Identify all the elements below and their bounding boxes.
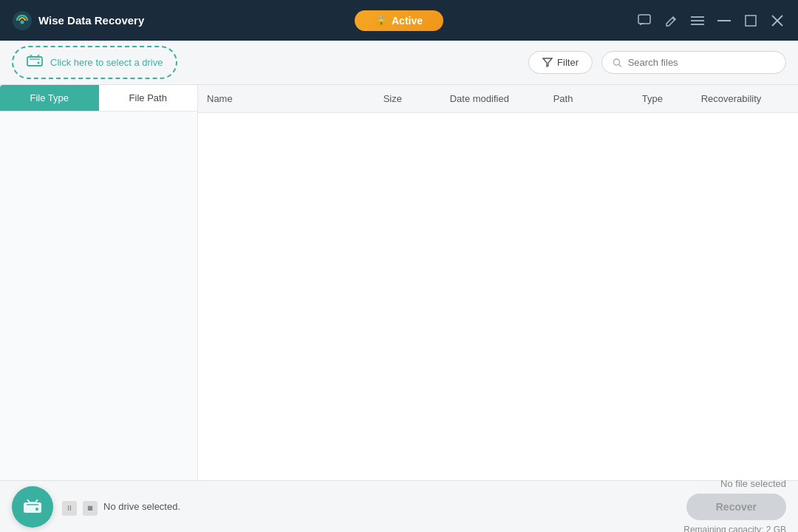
filter-button[interactable]: Filter (528, 51, 593, 74)
drive-avatar (12, 486, 53, 528)
col-type-header: Type (642, 93, 701, 104)
active-label: Active (392, 15, 423, 27)
file-area: Name Size Date modified Path Type Recove… (198, 85, 798, 480)
tab-file-type[interactable]: File Type (0, 85, 99, 111)
sidebar-tabs: File Type File Path (0, 85, 197, 112)
sidebar-content (0, 112, 197, 480)
svg-rect-14 (24, 502, 41, 513)
capacity-text: Remaining capacity: 2 GB (683, 525, 786, 532)
search-icon (613, 58, 622, 68)
toolbar: Click here to select a drive Filter (0, 41, 798, 85)
no-file-label: No file selected (720, 478, 786, 489)
svg-line-13 (619, 64, 621, 66)
statusbar: ⏸ ⏹ No drive selected. No file selected … (0, 480, 798, 532)
col-size-header: Size (383, 93, 450, 104)
stop-button[interactable]: ⏹ (83, 501, 98, 516)
svg-rect-7 (746, 16, 756, 26)
svg-point-11 (38, 62, 40, 64)
lock-icon: 🔒 (375, 15, 387, 26)
file-list (198, 113, 798, 480)
filter-label: Filter (557, 57, 579, 68)
titlebar: Wise Data Recovery 🔒 Active (0, 0, 798, 41)
app-title: Wise Data Recovery (38, 14, 144, 27)
svg-point-1 (21, 20, 24, 24)
col-path-header: Path (553, 93, 642, 104)
active-badge: 🔒 Active (355, 10, 443, 31)
mini-controls: ⏸ ⏹ (62, 501, 98, 516)
sidebar: File Type File Path (0, 85, 198, 480)
tab-file-path[interactable]: File Path (99, 85, 198, 111)
drive-icon (27, 53, 43, 72)
recover-button[interactable]: Recover (686, 494, 786, 520)
app-logo-icon (12, 10, 33, 31)
close-button[interactable] (768, 12, 786, 30)
search-input[interactable] (628, 57, 775, 68)
main-content: File Type File Path Name Size Date modif… (0, 85, 798, 480)
search-box[interactable] (601, 51, 786, 74)
message-button[interactable] (635, 12, 653, 30)
col-name-header: Name (207, 93, 383, 104)
drive-avatar-controls: ⏸ ⏹ (62, 498, 98, 516)
svg-point-15 (35, 508, 38, 511)
maximize-button[interactable] (742, 12, 760, 30)
app-logo: Wise Data Recovery (12, 10, 144, 31)
minimize-button[interactable] (715, 12, 733, 30)
window-controls (635, 12, 786, 30)
status-right: No file selected Recover Remaining capac… (683, 478, 786, 532)
svg-rect-2 (638, 15, 650, 24)
drive-selector[interactable]: Click here to select a drive (12, 46, 177, 79)
edit-button[interactable] (662, 12, 680, 30)
filter-icon (542, 58, 553, 67)
drive-selector-label: Click here to select a drive (50, 57, 163, 68)
no-drive-text: No drive selected. (103, 501, 180, 512)
menu-button[interactable] (689, 12, 706, 30)
pause-button[interactable]: ⏸ (62, 501, 77, 516)
col-recov-header: Recoverability (701, 93, 789, 104)
svg-point-12 (613, 59, 619, 65)
table-header: Name Size Date modified Path Type Recove… (198, 85, 798, 113)
col-date-header: Date modified (450, 93, 553, 104)
svg-rect-10 (27, 57, 42, 66)
